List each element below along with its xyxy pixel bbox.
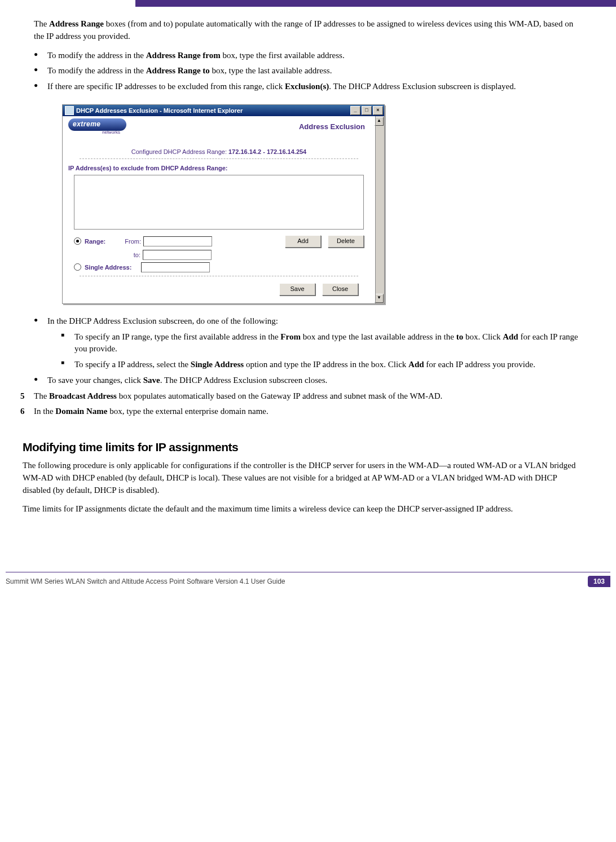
- dialog-titlebar: DHCP Addresses Exclusion - Microsoft Int…: [63, 105, 384, 116]
- range-label: Range:: [85, 238, 118, 245]
- section-heading: Modifying time limits for IP assignments: [23, 440, 582, 454]
- brand-subtext: networks: [102, 130, 126, 135]
- page-number-badge: 103: [588, 576, 610, 587]
- header-accent-bar: [135, 0, 616, 7]
- from-label: From:: [118, 238, 141, 245]
- save-button[interactable]: Save: [279, 283, 315, 296]
- single-address-radio[interactable]: [74, 263, 81, 271]
- from-input[interactable]: [143, 236, 212, 246]
- range-radio[interactable]: [74, 237, 81, 245]
- add-button[interactable]: Add: [285, 235, 321, 248]
- delete-button[interactable]: Delete: [328, 235, 364, 248]
- to-input[interactable]: [143, 250, 212, 260]
- step-6: 6 In the Domain Name box, type the exter…: [20, 405, 582, 418]
- divider: [80, 158, 358, 159]
- single-address-label: Single Address:: [85, 264, 141, 271]
- sub-bullet-single: To specify a IP address, select the Sing…: [61, 359, 582, 371]
- exclusion-listbox[interactable]: [74, 175, 364, 230]
- single-address-input[interactable]: [141, 262, 210, 272]
- ie-icon: [65, 106, 74, 115]
- close-window-button[interactable]: ×: [373, 106, 383, 115]
- bullet-save-changes: To save your changes, click Save. The DH…: [34, 374, 582, 387]
- section-para-2: Time limits for IP assignments dictate t…: [23, 503, 582, 515]
- divider-2: [80, 276, 358, 276]
- to-label: to:: [118, 252, 140, 258]
- scroll-up-button[interactable]: ▲: [375, 117, 384, 126]
- intro-paragraph: The Address Range boxes (from and to) po…: [34, 18, 582, 43]
- bullet-exclusion: If there are specific IP addresses to be…: [34, 81, 582, 93]
- exclude-list-label: IP Address(es) to exclude from DHCP Addr…: [68, 165, 375, 171]
- extreme-logo: extreme: [68, 118, 126, 131]
- footer-text: Summit WM Series WLAN Switch and Altitud…: [6, 578, 588, 585]
- dhcp-exclusion-dialog: DHCP Addresses Exclusion - Microsoft Int…: [62, 104, 385, 304]
- configured-range-line: Configured DHCP Address Range: 172.16.14…: [63, 148, 375, 155]
- step-5: 5 The Broadcast Address box populates au…: [20, 390, 582, 403]
- section-para-1: The following procedure is only applicab…: [23, 460, 582, 496]
- dialog-title: DHCP Addresses Exclusion - Microsoft Int…: [76, 107, 349, 114]
- close-button[interactable]: Close: [322, 283, 358, 296]
- bullet-modify-from: To modify the address in the Address Ran…: [34, 50, 582, 62]
- sub-bullet-range: To specify an IP range, type the first a…: [61, 331, 582, 356]
- bullet-dhcp-subscreen: In the DHCP Address Exclusion subscreen,…: [34, 315, 582, 371]
- dialog-heading: Address Exclusion: [299, 122, 369, 131]
- minimize-button[interactable]: _: [350, 106, 360, 115]
- bullet-modify-to: To modify the address in the Address Ran…: [34, 65, 582, 77]
- scroll-down-button[interactable]: ▼: [375, 294, 384, 303]
- maximize-button[interactable]: □: [362, 106, 372, 115]
